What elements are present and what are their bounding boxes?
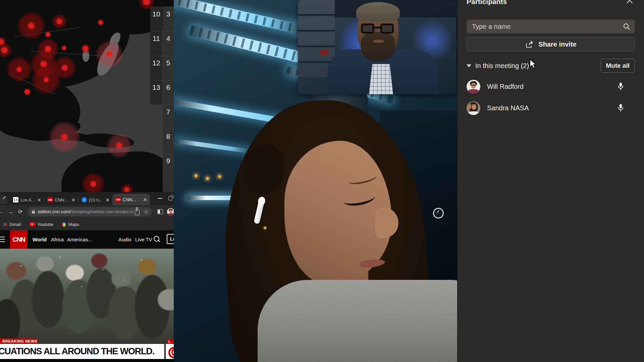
nav-link-world[interactable]: World — [33, 237, 47, 242]
close-icon[interactable] — [626, 0, 633, 4]
bookmark-gmail[interactable]: MGmail — [3, 222, 21, 227]
mute-all-button[interactable]: Mute all — [600, 59, 635, 73]
row-number: 11 — [150, 31, 162, 56]
lab-lamp — [187, 196, 234, 200]
crowd-figure — [135, 275, 170, 339]
in-meeting-section-header[interactable]: In this meeting (2) Mute all — [467, 59, 635, 73]
youtube-icon — [30, 222, 35, 226]
man-beard — [361, 32, 395, 61]
search-icon[interactable] — [623, 23, 630, 30]
gauge-dial — [433, 208, 444, 219]
bookmark-label: Youtube — [38, 222, 53, 227]
mouse-cursor — [529, 59, 538, 69]
tab-label: CNN... — [123, 197, 141, 202]
share-icon[interactable] — [135, 210, 140, 215]
avatar-art — [168, 213, 174, 216]
share-invite-button[interactable]: Share invite — [467, 37, 635, 51]
hotspot-dot — [107, 52, 112, 57]
microphone-icon[interactable] — [617, 82, 624, 91]
cnn-favicon: CNN — [115, 197, 121, 202]
microphone-icon[interactable] — [617, 104, 624, 113]
nav-link-africa[interactable]: Africa — [51, 237, 64, 242]
row-numbers-column-left: 10111213 — [150, 7, 162, 105]
lab-light-strip — [174, 138, 254, 154]
hotspot-dot — [17, 67, 21, 72]
panel-body: Type a name Share invite In this meeting… — [458, 14, 644, 116]
breaking-headline-bar: CUATIONS ALL AROUND THE WORLD. — [0, 344, 164, 359]
panel-header: Participants — [458, 0, 644, 14]
reload-icon[interactable]: ⟳ — [18, 208, 22, 215]
hamburger-menu-icon[interactable] — [0, 237, 5, 237]
nav-link-audio[interactable]: Audio — [118, 237, 131, 242]
tab-facebook[interactable]: f (21+)... ✕ — [78, 194, 112, 205]
back-icon[interactable]: ← — [0, 208, 3, 215]
row-number: 4 — [163, 31, 174, 56]
hotspot-dot — [46, 32, 50, 37]
tab-losangeles[interactable]: LA Los A... ✕ — [10, 194, 44, 205]
bookmarks-bar: MGmail Youtube Maps — [0, 218, 177, 230]
row-number: 3 — [163, 7, 174, 31]
tab-label: (21+)... — [89, 197, 103, 202]
row-number: 5 — [163, 56, 174, 80]
cnn-logo[interactable]: CNN — [10, 230, 28, 249]
hotspot-dot — [24, 89, 30, 95]
tab-cnn-1[interactable]: CNN CNN:... ✕ — [44, 194, 78, 205]
crowd-figure — [108, 286, 142, 340]
bookmark-label: Maps — [68, 222, 79, 227]
split-screen-icon[interactable] — [157, 209, 163, 214]
avatar-art — [472, 104, 476, 110]
participant-row-sandra[interactable]: Sandra NASA — [467, 100, 635, 116]
glasses-lens — [361, 23, 374, 34]
outbreak-map-window: 10111213 3456789 — [0, 0, 174, 192]
red-cap-on-shelf — [320, 50, 329, 55]
crowd-figure — [91, 253, 107, 268]
forward-icon[interactable]: → — [8, 208, 13, 215]
bookmark-maps[interactable]: Maps — [62, 222, 79, 227]
row-numbers-column-right: 3456789 — [163, 7, 174, 192]
address-bar[interactable]: edition.cnn.com//breaking/meteor-rain-br… — [27, 207, 152, 217]
hotspot-dot — [44, 77, 49, 82]
tab-cnn-active[interactable]: CNN CNN... ✕ — [112, 194, 150, 205]
man-mouth — [373, 40, 384, 43]
participant-row-will[interactable]: Will Radford — [467, 79, 635, 94]
row-number: 10 — [150, 7, 162, 31]
bookmark-youtube[interactable]: Youtube — [30, 222, 53, 227]
participant-search-input[interactable]: Type a name — [467, 19, 635, 34]
man-plaid-shirt — [369, 64, 393, 94]
news-photo-crowd — [0, 249, 177, 344]
row-number: 9 — [163, 154, 174, 178]
nav-link-livetv[interactable]: Live TV — [135, 237, 152, 242]
hotspot-dot — [28, 23, 34, 29]
hotspot-dot — [116, 143, 122, 148]
tab-close-icon[interactable]: ✕ — [71, 197, 75, 202]
nav-link-americas[interactable]: Americas... — [67, 237, 92, 242]
lab-warm-light — [195, 174, 198, 177]
search-icon[interactable] — [154, 236, 159, 242]
crowd-figure — [66, 265, 84, 281]
crowd-figure — [36, 256, 54, 272]
row-number: 6 — [163, 80, 174, 105]
chevron-down-icon[interactable] — [467, 64, 471, 67]
tab-close-icon[interactable]: ✕ — [37, 197, 41, 202]
window-restore-button[interactable] — [168, 196, 172, 200]
hotspot-dot — [1, 47, 7, 53]
tab-close-icon[interactable]: ✕ — [143, 197, 147, 202]
panel-title: Participants — [467, 0, 507, 6]
share-icon — [525, 40, 534, 49]
hotspot-dot — [91, 181, 96, 187]
map-hotspots-layer — [0, 0, 174, 192]
row-number: 12 — [150, 56, 162, 80]
avatar-art — [169, 210, 172, 213]
tab-label: CNN:... — [55, 197, 69, 202]
tab-close-icon[interactable]: ✕ — [105, 197, 110, 202]
bookmark-star-icon[interactable]: ☆ — [144, 208, 149, 215]
crowd-figure — [10, 280, 40, 330]
tab-fragment[interactable] — [0, 195, 7, 204]
window-minimize-button[interactable] — [158, 198, 162, 199]
avatar-art — [471, 85, 476, 87]
man-hair — [356, 2, 400, 21]
bookmark-label: Gmail — [9, 222, 21, 227]
cnn-favicon: CNN — [47, 197, 53, 202]
participants-panel: Participants Type a name Share invite In… — [457, 0, 644, 362]
crowd-figure — [138, 259, 156, 275]
